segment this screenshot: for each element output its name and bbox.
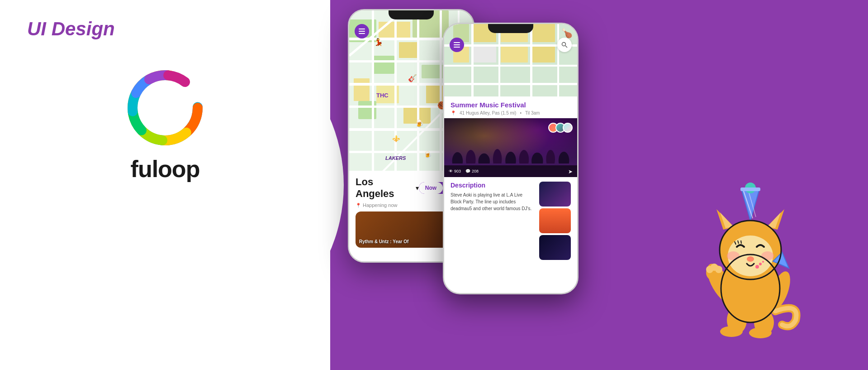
page-container: UI Design [0,0,868,370]
thumbnail-column [539,182,571,260]
tagline-text: An app for finding trending events [27,317,299,334]
svg-point-61 [559,152,569,163]
logo-container: fuloop [27,67,303,183]
hamburger-icon-2 [454,42,460,48]
svg-point-77 [747,256,754,262]
event-location: 41 Hugus Alley, Pas (1.5 mi) [460,111,516,115]
event-image-area: 👁 903 💬 208 ➤ [444,118,577,177]
svg-rect-67 [740,187,760,191]
views-count: 903 [454,169,461,173]
svg-point-58 [519,150,529,163]
city-name: Los Angeles [356,176,413,200]
happening-text: Happening now [363,202,397,208]
search-button-phone2[interactable] [557,38,572,52]
event-image-container: 👁 903 💬 208 ➤ [444,118,577,177]
comments-stat: 💬 208 [465,169,479,173]
menu-button-phone1[interactable] [355,24,369,38]
phone-2-mockup: 🍗 Summer Music Festival 📍 41 Hugus Alley… [443,23,579,294]
map-pin-music: 🎸 [408,74,417,82]
event-name-text: Rythm & Untz : Year Of [359,239,408,244]
svg-rect-39 [444,65,577,67]
description-thumbs-row: Description Steve Aoki is playing live a… [444,177,577,264]
svg-point-55 [478,154,489,163]
comments-count: 208 [472,169,479,173]
phone-1-notch [389,10,434,19]
fuloop-ring-logo [124,67,206,149]
description-column: Description Steve Aoki is playing live a… [451,182,535,212]
svg-point-86 [715,266,722,273]
svg-line-80 [741,240,741,244]
views-stat: 👁 903 [449,169,461,173]
map-label-thc: THC [376,92,389,99]
svg-line-36 [565,46,567,48]
svg-rect-11 [372,56,394,74]
mascot-character [683,180,809,361]
svg-point-54 [466,150,476,163]
map-pin-cup: 🍺 [424,151,432,158]
now-button[interactable]: Now [419,182,443,194]
thumbnail-3[interactable] [539,235,571,260]
phone-2-screen: 🍗 Summer Music Festival 📍 41 Hugus Alley… [444,24,577,293]
event-title: Summer Music Festival [451,101,571,109]
avatar-3 [563,123,573,133]
event-meta: 📍 41 Hugus Alley, Pas (1.5 mi) • Til 3am [451,111,571,115]
svg-point-95 [759,263,762,265]
phone2-event-info: Summer Music Festival 📍 41 Hugus Alley, … [444,96,577,118]
menu-button-phone2[interactable] [450,38,464,52]
location-pin-icon: 📍 [451,111,456,115]
svg-point-57 [505,152,516,163]
svg-point-53 [452,152,463,163]
event-separator: • [520,111,522,115]
comment-icon: 💬 [465,169,470,173]
event-time: Til 3am [525,111,540,115]
eye-icon: 👁 [449,169,453,173]
svg-point-91 [749,327,772,338]
svg-point-94 [755,265,759,269]
city-name-group: Los Angeles ▾ [356,176,419,200]
description-title: Description [451,182,535,189]
send-icon: ➤ [568,168,573,175]
phone-2-notch [488,24,533,33]
svg-point-35 [562,43,566,46]
thumbnail-2[interactable] [539,208,571,233]
app-name-text: fuloop [131,155,200,183]
svg-point-56 [493,149,502,163]
pin-icon: 📍 [356,203,361,208]
svg-rect-40 [444,83,577,85]
map-label-lakers: LAKERS [385,155,406,161]
ui-design-label: UI Design [27,18,303,40]
phone-2-top-bar [444,34,577,56]
svg-rect-15 [399,42,419,58]
map-pin-beer: 🍺 [415,119,424,128]
attendee-avatars [551,123,573,133]
share-button[interactable]: ➤ [568,167,573,175]
thumbnail-1[interactable] [539,182,571,207]
mascot-svg [683,180,809,361]
svg-point-96 [762,261,764,263]
hamburger-icon [359,29,365,34]
stats-row: 👁 903 💬 208 ➤ [444,165,577,177]
city-dropdown-arrow[interactable]: ▾ [416,184,419,192]
description-text: Steve Aoki is playing live at L.A Live B… [451,192,535,212]
svg-point-90 [720,326,743,337]
svg-rect-16 [354,78,370,101]
svg-point-59 [531,153,543,163]
left-section: UI Design [0,0,330,370]
map-pin-lakers: ⚜️ [392,135,400,142]
svg-point-76 [761,251,774,260]
phones-area: 💃 🎸 🏀 🍺 ⚜️ 🍺 THC LAKERS [325,0,868,370]
svg-point-75 [727,251,740,260]
svg-point-60 [546,150,555,163]
